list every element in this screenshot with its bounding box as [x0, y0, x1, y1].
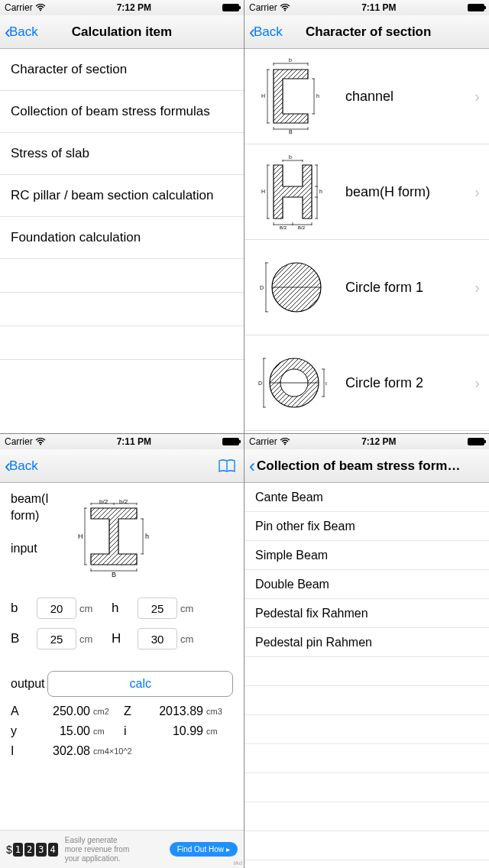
input-bigb-unit: cm: [79, 633, 101, 645]
wifi-icon: [280, 4, 290, 11]
screen-beam-input: Carrier 7:11 PM ‹ Back beam(I fo: [0, 434, 244, 868]
wifi-icon: [35, 4, 46, 11]
svg-point-0: [40, 10, 41, 11]
list-item[interactable]: Double Beam: [244, 570, 489, 599]
list-item[interactable]: Character of section: [0, 49, 244, 91]
list-item[interactable]: Stress of slab: [0, 133, 244, 175]
input-bigh-field[interactable]: 30: [138, 628, 177, 649]
ad-badge: iAd: [233, 860, 242, 866]
section-row-channel[interactable]: b H h B channel ›: [244, 49, 489, 144]
book-icon: [218, 458, 236, 474]
back-label: Back: [9, 458, 38, 474]
output-i-value: 302.08: [31, 744, 90, 758]
output-y-label: y: [11, 724, 31, 738]
chevron-left-icon: ‹: [249, 457, 255, 475]
svg-text:B: B: [289, 129, 293, 134]
list-item[interactable]: Pedestal pin Rahmen: [244, 628, 489, 657]
list-item[interactable]: Pedestal fix Rahmen: [244, 599, 489, 628]
list-item-label: Simple Beam: [255, 549, 328, 562]
ad-cta-button[interactable]: Find Out How ▸: [170, 842, 238, 857]
list-item-label: Cante Beam: [255, 491, 323, 504]
carrier-label: Carrier: [5, 436, 33, 447]
carrier-label: Carrier: [5, 2, 33, 13]
list-item-empty: [0, 259, 244, 293]
list-item-label: Double Beam: [255, 578, 329, 591]
svg-text:b/2: b/2: [99, 498, 108, 505]
svg-text:B: B: [112, 571, 116, 578]
ad-digit: 3: [36, 843, 46, 857]
section-list: b H h B channel › b: [244, 49, 489, 433]
list: Cante Beam Pin other fix Beam Simple Bea…: [244, 483, 489, 868]
wifi-icon: [35, 438, 46, 445]
battery-icon: [222, 4, 239, 11]
output-a-value: 250.00: [31, 704, 90, 718]
battery-icon: [468, 4, 484, 11]
list-item[interactable]: Collection of beam stress formulas: [0, 91, 244, 133]
output-y-unit: cm: [90, 727, 124, 736]
channel-section-icon: b H h B: [251, 54, 335, 138]
list-item[interactable]: Cante Beam: [244, 483, 489, 512]
back-button[interactable]: ‹ Back: [5, 457, 38, 475]
list-item[interactable]: Pin other fix Beam: [244, 512, 489, 541]
section-label: beam(H form): [335, 184, 474, 200]
back-label: Back: [9, 24, 38, 40]
list-item-label: Stress of slab: [11, 146, 89, 161]
status-time: 7:12 PM: [117, 2, 151, 13]
list-item-empty: [0, 293, 244, 326]
section-row-circle1[interactable]: D Circle form 1 ›: [244, 240, 489, 335]
output-z-label: Z: [124, 704, 144, 718]
output-a-label: A: [11, 704, 31, 718]
section-row-circle2[interactable]: D d Circle form 2 ›: [244, 335, 489, 431]
list-item[interactable]: RC pillar / beam section calculation: [0, 175, 244, 217]
output-z-value: 2013.89: [144, 704, 203, 718]
output-section-label: output: [11, 677, 44, 691]
ad-currency: $: [6, 844, 12, 856]
nav-bar: ‹ Back Character of section: [244, 15, 489, 49]
screen-character-of-section: Carrier 7:11 PM ‹ Back Character of sect…: [244, 0, 489, 434]
list-item-label: RC pillar / beam section calculation: [11, 188, 214, 203]
ad-digit: 1: [13, 843, 23, 857]
calc-button[interactable]: calc: [47, 671, 233, 697]
svg-text:H: H: [261, 189, 265, 194]
list-item-label: Pedestal pin Rahmen: [255, 636, 372, 649]
h-section-icon: b H h B/2 B/2: [251, 150, 335, 234]
input-section-label: input: [11, 540, 64, 557]
ad-digit: 2: [24, 843, 34, 857]
chevron-right-icon: ›: [474, 279, 480, 296]
ad-banner[interactable]: $ 1 2 3 4 Easily generate more revenue f…: [0, 830, 244, 868]
nav-bar: ‹ Back Calculation item: [0, 15, 244, 49]
svg-text:b/2: b/2: [119, 498, 128, 505]
list-item[interactable]: Simple Beam: [244, 541, 489, 570]
list-item-empty: [244, 657, 489, 686]
svg-point-19: [40, 444, 41, 445]
svg-text:h: h: [319, 189, 322, 194]
back-button[interactable]: ‹: [249, 457, 254, 475]
battery-icon: [468, 438, 484, 445]
section-row-h-beam[interactable]: b H h B/2 B/2 beam(H form) ›: [244, 144, 489, 240]
list-item-empty: [244, 686, 489, 715]
back-button[interactable]: ‹ Back: [5, 23, 38, 41]
input-b-unit: cm: [79, 603, 101, 614]
chevron-right-icon: ›: [474, 183, 480, 201]
svg-text:b: b: [289, 58, 292, 63]
ad-text: Easily generate more revenue from your a…: [65, 836, 164, 863]
list-item[interactable]: Foundation calculation: [0, 217, 244, 259]
page-title: Collection of beam stress form…: [254, 458, 484, 474]
carrier-label: Carrier: [249, 2, 277, 13]
status-time: 7:12 PM: [361, 436, 396, 447]
nav-bar: ‹ Back: [0, 449, 244, 483]
input-h-unit: cm: [180, 603, 202, 614]
book-button[interactable]: [218, 458, 239, 474]
wifi-icon: [280, 438, 290, 445]
back-label: Back: [254, 24, 283, 40]
list-item-label: Pin other fix Beam: [255, 520, 355, 533]
svg-text:B/2: B/2: [280, 225, 287, 230]
input-bigb-field[interactable]: 25: [37, 628, 76, 649]
ad-cta-label: Find Out How: [177, 845, 224, 853]
svg-point-1: [284, 10, 286, 11]
input-h-field[interactable]: 25: [138, 598, 177, 619]
chevron-right-icon: ▸: [226, 845, 230, 853]
input-b-field[interactable]: 20: [37, 598, 76, 619]
back-button[interactable]: ‹ Back: [249, 23, 283, 41]
input-bigh-label: H: [112, 631, 134, 646]
